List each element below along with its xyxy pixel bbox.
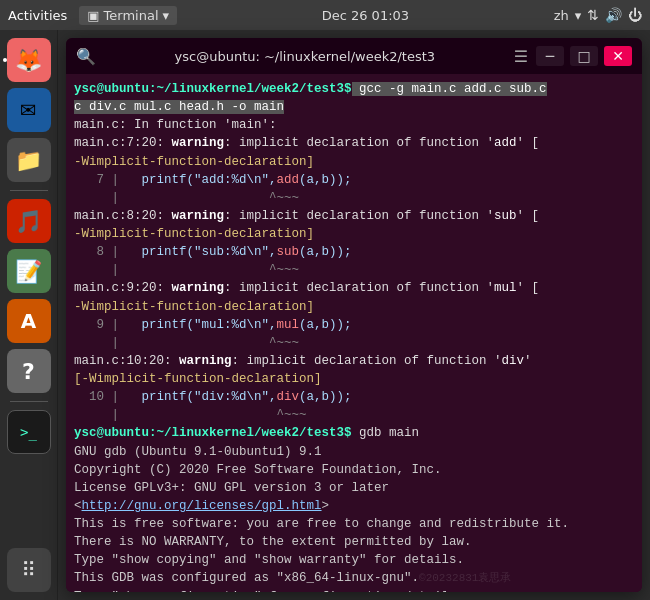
terminal-gdb-4: This is free software: you are free to c… [74, 515, 634, 533]
dock: 🦊 ✉ 📁 🎵 📝 A ? >_ ⠿ [0, 30, 58, 600]
terminal-gdb-7: This GDB was configured as "x86_64-linux… [74, 569, 634, 587]
terminal-line-7: main.c:9:20: warning: implicit declarati… [74, 279, 634, 297]
terminal-gdb-8: Type "show configuration" for configurat… [74, 588, 634, 593]
appstore-icon: A [21, 309, 36, 333]
maximize-icon: □ [577, 48, 590, 64]
system-tray: zh ▾ ⇅ 🔊 ⏻ [554, 7, 642, 23]
terminal-line-4c: | ^~~~ [74, 189, 634, 207]
search-icon[interactable]: 🔍 [76, 47, 96, 66]
network-icon[interactable]: ⇅ [587, 7, 599, 23]
terminal-taskbar-icon: ▣ [87, 8, 99, 23]
linenum-8: 9 | [74, 318, 119, 332]
warn-9b: [-Wimplicit-function-declaration] [74, 372, 322, 386]
warn-5b: -Wimplicit-function-declaration] [74, 227, 314, 241]
lang-label[interactable]: zh [554, 8, 569, 23]
terminal-window: 🔍 ysc@ubuntu: ~/linuxkernel/week2/test3 … [66, 38, 642, 592]
minimize-button[interactable]: ─ [536, 46, 564, 66]
terminal-taskbar-arrow: ▾ [163, 8, 170, 23]
firefox-icon: 🦊 [15, 48, 42, 73]
warn-7b: -Wimplicit-function-declaration] [74, 300, 314, 314]
gdb-text-5: There is NO WARRANTY, to the extent perm… [74, 535, 472, 549]
prompt-1: ysc@ubuntu:~/linuxkernel/week2/test3$ [74, 82, 352, 96]
thunderbird-icon: ✉ [20, 98, 37, 122]
dock-divider-2 [10, 401, 48, 402]
terminal-line-7b: -Wimplicit-function-declaration] [74, 298, 634, 316]
dock-item-help[interactable]: ? [7, 349, 51, 393]
hamburger-icon[interactable]: ☰ [514, 47, 528, 66]
gdb-text-6: Type "show copying" and "show warranty" … [74, 553, 464, 567]
terminal-taskbar-label: Terminal [104, 8, 159, 23]
terminal-line-6c: | ^~~~ [74, 261, 634, 279]
dock-item-files[interactable]: 📁 [7, 138, 51, 182]
maximize-button[interactable]: □ [570, 46, 598, 66]
terminal-gdb-2: Copyright (C) 2020 Free Software Foundat… [74, 461, 634, 479]
code-8: printf("mul:%d\n",mul(a,b)); [119, 318, 352, 332]
terminal-line-1: ysc@ubuntu:~/linuxkernel/week2/test3$ gc… [74, 80, 634, 98]
terminal-line-1b: c div.c mul.c head.h -o main [74, 98, 634, 116]
gdb-text-4: This is free software: you are free to c… [74, 517, 569, 531]
dock-item-thunderbird[interactable]: ✉ [7, 88, 51, 132]
terminal-gdb-1: GNU gdb (Ubuntu 9.1-0ubuntu1) 9.1 [74, 443, 634, 461]
dock-item-terminal[interactable]: >_ [7, 410, 51, 454]
caret-10: | ^~~~ [74, 408, 307, 422]
linenum-4: 7 | [74, 173, 119, 187]
dock-item-firefox[interactable]: 🦊 [7, 38, 51, 82]
minimize-icon: ─ [546, 48, 554, 64]
dock-divider [10, 190, 48, 191]
terminal-line-gdb-prompt: ysc@ubuntu:~/linuxkernel/week2/test3$ gd… [74, 424, 634, 442]
dock-item-writer[interactable]: 📝 [7, 249, 51, 293]
warn-3b: -Wimplicit-function-declaration] [74, 155, 314, 169]
top-bar-center: Dec 26 01:03 [322, 8, 409, 23]
terminal-line-10c: | ^~~~ [74, 406, 634, 424]
files-icon: 📁 [15, 148, 42, 173]
close-button[interactable]: ✕ [604, 46, 632, 66]
watermark: ©20232831袁思承 [419, 572, 511, 584]
terminal-line-3b: -Wimplicit-function-declaration] [74, 153, 634, 171]
terminal-gdb-6: Type "show copying" and "show warranty" … [74, 551, 634, 569]
terminal-line-8: 9 | printf("mul:%d\n",mul(a,b)); [74, 316, 634, 334]
terminal-taskbar-btn[interactable]: ▣ Terminal ▾ [79, 6, 177, 25]
power-icon[interactable]: ⏻ [628, 7, 642, 23]
writer-icon: 📝 [15, 259, 42, 284]
terminal-title: ysc@ubuntu: ~/linuxkernel/week2/test3 [104, 49, 506, 64]
warn-7: main.c:9:20: warning: implicit declarati… [74, 281, 539, 295]
main-layout: 🦊 ✉ 📁 🎵 📝 A ? >_ ⠿ � [0, 30, 650, 600]
terminal-line-2: main.c: In function 'main': [74, 116, 634, 134]
volume-icon[interactable]: 🔊 [605, 7, 622, 23]
cmd-1: gcc -g main.c add.c sub.c [352, 82, 547, 96]
terminal-line-9: main.c:10:20: warning: implicit declarat… [74, 352, 634, 370]
cmd-gdb: gdb main [352, 426, 420, 440]
lang-arrow: ▾ [575, 8, 582, 23]
terminal-gdb-3: License GPLv3+: GNU GPL version 3 or lat… [74, 479, 634, 515]
terminal-line-5b: -Wimplicit-function-declaration] [74, 225, 634, 243]
cmd-1b: c div.c mul.c head.h -o main [74, 100, 284, 114]
terminal-line-6: 8 | printf("sub:%d\n",sub(a,b)); [74, 243, 634, 261]
activities-label[interactable]: Activities [8, 8, 67, 23]
text-2: main.c: In function 'main': [74, 118, 277, 132]
help-icon: ? [22, 359, 35, 384]
terminal-dock-icon: >_ [20, 424, 37, 440]
code-6: printf("sub:%d\n",sub(a,b)); [119, 245, 352, 259]
terminal-gdb-5: There is NO WARRANTY, to the extent perm… [74, 533, 634, 551]
window-controls: ─ □ ✕ [536, 46, 632, 66]
gdb-text-7: This GDB was configured as "x86_64-linux… [74, 571, 511, 585]
caret-8: | ^~~~ [74, 336, 299, 350]
apps-grid-icon: ⠿ [21, 558, 36, 582]
terminal-line-4: 7 | printf("add:%d\n",add(a,b)); [74, 171, 634, 189]
gdb-text-3: License GPLv3+: GNU GPL version 3 or lat… [74, 481, 389, 513]
warn-9: main.c:10:20: warning: implicit declarat… [74, 354, 532, 368]
dock-indicator [3, 58, 7, 62]
gdb-text-2: Copyright (C) 2020 Free Software Foundat… [74, 463, 442, 477]
dock-item-rhythmbox[interactable]: 🎵 [7, 199, 51, 243]
dock-item-appstore[interactable]: A [7, 299, 51, 343]
terminal-line-3: main.c:7:20: warning: implicit declarati… [74, 134, 634, 152]
warn-3: main.c:7:20: warning: implicit declarati… [74, 136, 539, 150]
terminal-body[interactable]: ysc@ubuntu:~/linuxkernel/week2/test3$ gc… [66, 74, 642, 592]
prompt-gdb: ysc@ubuntu:~/linuxkernel/week2/test3$ [74, 426, 352, 440]
terminal-line-10: 10 | printf("div:%d\n",div(a,b)); [74, 388, 634, 406]
close-icon: ✕ [612, 48, 624, 64]
warn-5: main.c:8:20: warning: implicit declarati… [74, 209, 539, 223]
dock-apps-button[interactable]: ⠿ [7, 548, 51, 592]
caret-6: | ^~~~ [74, 263, 299, 277]
gdb-text-8: Type "show configuration" for configurat… [74, 590, 464, 593]
